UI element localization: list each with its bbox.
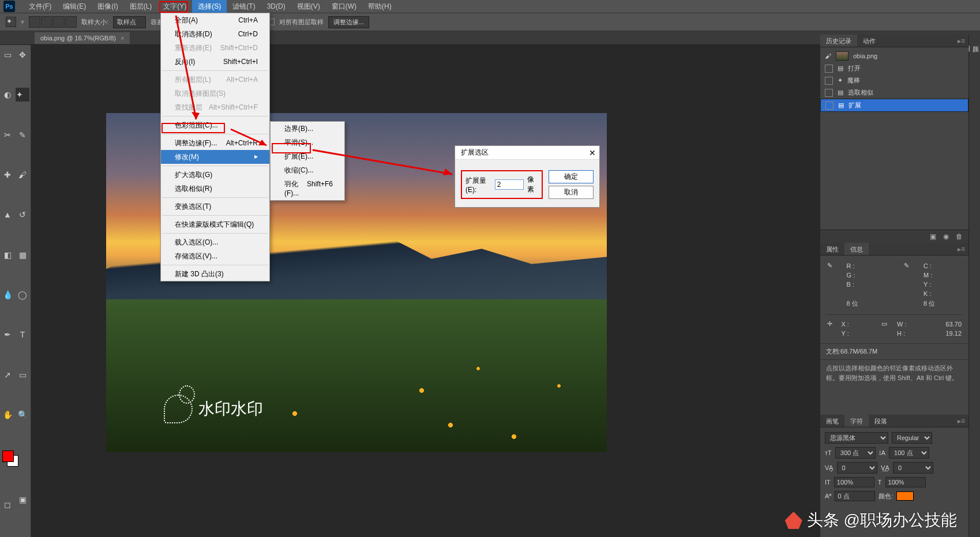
history-row[interactable]: ▤扩展 [820, 99, 968, 112]
submenu-feather[interactable]: 羽化(F)...Shift+F6 [271, 177, 344, 200]
submenu-expand[interactable]: 扩展(E)... [271, 149, 344, 163]
selection-subtract[interactable] [53, 16, 65, 28]
expand-amount-label: 扩展量(E): [465, 176, 491, 194]
sample-size-select[interactable]: 取样点 [113, 16, 146, 28]
expand-amount-input[interactable] [495, 179, 524, 190]
dialog-close-icon[interactable]: ✕ [589, 148, 596, 157]
move-tool[interactable]: ✥ [16, 48, 29, 62]
brushes-tab[interactable]: 画笔 [820, 415, 844, 427]
blur-tool[interactable]: 💧 [1, 288, 14, 302]
snapshot-name: obia.png [853, 52, 877, 59]
brush-tool[interactable]: 🖌 [16, 168, 29, 182]
text-color-swatch[interactable] [896, 491, 914, 501]
menu-window[interactable]: 窗口(W) [326, 0, 362, 13]
character-tab[interactable]: 字符 [844, 415, 869, 427]
font-family-select[interactable]: 思源黑体 [825, 432, 888, 444]
font-weight-select[interactable]: Regular [892, 432, 932, 444]
menu-modify[interactable]: 修改(M) [161, 150, 269, 164]
menu-deselect[interactable]: 取消选择(D)Ctrl+D [161, 27, 269, 41]
menu-new-3d-extrusion[interactable]: 新建 3D 凸出(3) [161, 267, 269, 281]
kerning-select[interactable]: 0 [837, 462, 877, 474]
collapsed-panel-strip[interactable]: 颜 调 [968, 35, 980, 537]
camera-icon[interactable]: ◉ [943, 232, 949, 241]
menu-layer[interactable]: 图层(L) [124, 0, 158, 13]
menu-file[interactable]: 文件(F) [23, 0, 57, 13]
history-snapshot[interactable]: 🖌 obia.png [820, 50, 968, 62]
magic-wand-tool[interactable]: ✦ [16, 88, 29, 102]
history-row[interactable]: ✦魔棒 [820, 74, 968, 87]
close-tab-icon[interactable]: × [121, 35, 124, 42]
dialog-titlebar[interactable]: 扩展选区 ✕ [455, 146, 599, 160]
eyedropper-tool[interactable]: ✎ [16, 128, 29, 142]
menu-grow[interactable]: 扩大选取(G) [161, 168, 269, 182]
submenu-contract[interactable]: 收缩(C)... [271, 163, 344, 177]
baseline-input[interactable] [835, 491, 875, 501]
current-tool-icon[interactable]: ✦ [6, 17, 16, 27]
lasso-tool[interactable]: ◐ [1, 88, 14, 102]
shape-tool[interactable]: ▭ [16, 368, 29, 382]
menu-transform-selection[interactable]: 变换选区(T) [161, 200, 269, 213]
panel-menu-icon[interactable]: ▸≡ [954, 243, 968, 255]
color-swatches[interactable] [2, 450, 18, 467]
dialog-ok-button[interactable]: 确定 [549, 170, 594, 183]
refine-edge-button[interactable]: 调整边缘... [328, 16, 369, 28]
marquee-tool[interactable]: ▭ [1, 48, 14, 62]
history-row[interactable]: ▤选取相似 [820, 87, 968, 99]
menu-view[interactable]: 视图(V) [291, 0, 326, 13]
leading-select[interactable]: 100 点 [889, 447, 929, 459]
stamp-tool[interactable]: ▲ [1, 208, 14, 221]
menu-color-range[interactable]: 色彩范围(C)... [161, 118, 269, 132]
trash-icon[interactable]: 🗑 [956, 232, 963, 241]
new-snapshot-icon[interactable]: ▣ [930, 232, 936, 241]
submenu-smooth[interactable]: 平滑(S)... [271, 136, 344, 149]
selection-intersect[interactable] [65, 16, 77, 28]
history-row[interactable]: ▤打开 [820, 62, 968, 74]
zoom-tool[interactable]: 🔍 [16, 408, 29, 422]
panel-menu-icon[interactable]: ▸≡ [954, 35, 968, 47]
menu-inverse[interactable]: 反向(I)Shift+Ctrl+I [161, 55, 269, 69]
foreground-color[interactable] [2, 450, 14, 462]
font-size-select[interactable]: 300 点 [835, 447, 876, 459]
path-tool[interactable]: ↗ [1, 368, 14, 382]
modify-submenu: 边界(B)... 平滑(S)... 扩展(E)... 收缩(C)... 羽化(F… [270, 121, 345, 201]
menu-refine-edge[interactable]: 调整边缘(F)...Alt+Ctrl+R [161, 136, 269, 150]
panel-menu-icon[interactable]: ▸≡ [954, 415, 968, 427]
menu-quickmask-edit[interactable]: 在快速蒙版模式下编辑(Q) [161, 217, 269, 231]
screenmode-toggle[interactable]: ▣ [16, 493, 29, 506]
dodge-tool[interactable]: ◯ [16, 288, 29, 302]
pen-tool[interactable]: ✒ [1, 328, 14, 341]
type-tool[interactable]: T [16, 328, 29, 341]
properties-tab[interactable]: 属性 [820, 243, 844, 255]
submenu-border[interactable]: 边界(B)... [271, 122, 344, 136]
menu-3d[interactable]: 3D(D) [261, 1, 291, 12]
selection-new[interactable] [29, 16, 40, 28]
quickmask-toggle[interactable]: ◻ [1, 498, 14, 512]
dialog-cancel-button[interactable]: 取消 [549, 186, 594, 199]
menu-type[interactable]: 文字(Y) [157, 0, 192, 13]
menu-image[interactable]: 图像(I) [92, 0, 123, 13]
menu-help[interactable]: 帮助(H) [362, 0, 397, 13]
menu-select[interactable]: 选择(S) [192, 0, 227, 13]
actions-tab[interactable]: 动作 [857, 35, 881, 47]
healing-tool[interactable]: ✚ [1, 168, 14, 182]
right-panel-dock: 历史记录 动作 ▸≡ 🖌 obia.png ▤打开 ✦魔棒 ▤选取相似 ▤扩展 … [820, 35, 968, 537]
paragraph-tab[interactable]: 段落 [869, 415, 893, 427]
history-tab[interactable]: 历史记录 [820, 35, 857, 47]
menu-save-selection[interactable]: 存储选区(V)... [161, 249, 269, 263]
menu-similar[interactable]: 选取相似(R) [161, 182, 269, 196]
history-brush-tool[interactable]: ↺ [16, 208, 29, 221]
menu-edit[interactable]: 编辑(E) [57, 0, 92, 13]
hscale-input[interactable] [885, 477, 926, 487]
tracking-select[interactable]: 0 [893, 462, 933, 474]
document-tab[interactable]: obia.png @ 16.7%(RGB/8) × [35, 32, 130, 44]
eraser-tool[interactable]: ◧ [1, 248, 14, 262]
menu-select-all[interactable]: 全部(A)Ctrl+A [161, 13, 269, 27]
gradient-tool[interactable]: ▦ [16, 248, 29, 262]
selection-add[interactable] [41, 16, 52, 28]
menu-load-selection[interactable]: 载入选区(O)... [161, 235, 269, 249]
hand-tool[interactable]: ✋ [1, 408, 14, 422]
info-tab[interactable]: 信息 [844, 243, 869, 255]
vscale-input[interactable] [834, 477, 874, 487]
crop-tool[interactable]: ✂ [1, 128, 14, 142]
menu-filter[interactable]: 滤镜(T) [227, 0, 261, 13]
